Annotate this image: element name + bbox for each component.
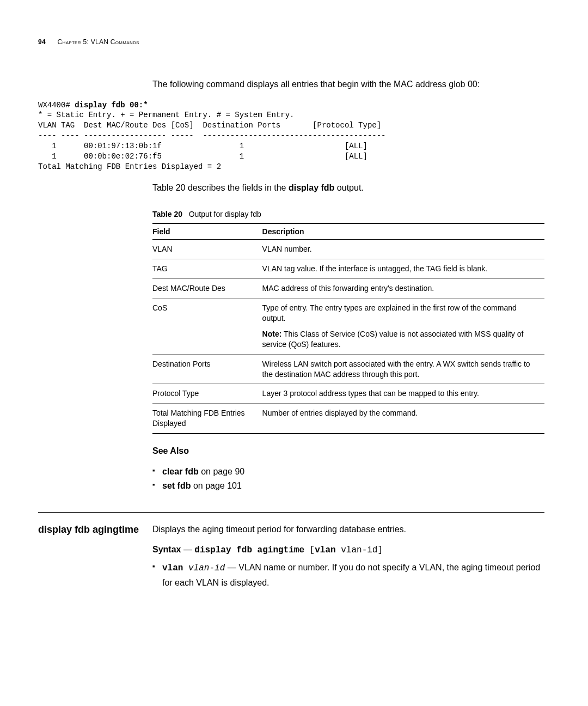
terminal-rule-row: ---- ---- ------------------ ----- -----… xyxy=(38,131,386,140)
table-cell-field: Destination Ports xyxy=(152,354,262,384)
table-cell-desc: VLAN tag value. If the interface is unta… xyxy=(262,259,544,279)
table-cell-desc: VLAN number. xyxy=(262,240,544,259)
see-also-link: set fdb xyxy=(162,481,191,490)
see-also-heading: See Also xyxy=(152,446,544,456)
table-header-desc: Description xyxy=(262,223,544,240)
table-cell-desc: Number of entries displayed by the comma… xyxy=(262,404,544,434)
table-cell-desc: Type of entry. The entry types are expla… xyxy=(262,299,544,325)
table-caption-text: Output for display fdb xyxy=(189,210,261,218)
terminal-row: 1 00:01:97:13:0b:1f 1 [ALL] xyxy=(38,142,367,150)
table-row: VLANVLAN number. xyxy=(152,240,544,259)
terminal-prompt: WX4400# xyxy=(38,101,75,109)
table-row: Destination PortsWireless LAN switch por… xyxy=(152,354,544,384)
section-separator xyxy=(38,512,544,513)
syntax-param-item: vlan vlan-id — VLAN name or number. If y… xyxy=(152,561,544,589)
intro-paragraph: The following command displays all entri… xyxy=(152,78,544,90)
table-cell-field xyxy=(152,325,262,354)
table-cell-field: Total Matching FDB Entries Displayed xyxy=(152,404,262,434)
terminal-row: 1 00:0b:0e:02:76:f5 1 [ALL] xyxy=(38,152,367,161)
section-heading: display fdb agingtime xyxy=(38,524,152,536)
page-number: 94 xyxy=(38,38,46,46)
terminal-command: display fdb 00:* xyxy=(75,101,148,109)
syntax-param-list: vlan vlan-id — VLAN name or number. If y… xyxy=(152,561,544,589)
see-also-link: clear fdb xyxy=(162,467,199,476)
see-also-item: set fdb on page 101 xyxy=(152,479,544,493)
terminal-output: WX4400# display fdb 00:* * = Static Entr… xyxy=(38,100,544,172)
section-intro: Displays the aging timeout period for fo… xyxy=(152,524,544,535)
table-cell-field: TAG xyxy=(152,259,262,279)
table-cell-desc: Layer 3 protocol address types that can … xyxy=(262,384,544,404)
param-placeholder: vlan-id xyxy=(188,563,225,573)
syntax-line: Syntax — display fdb agingtime [vlan vla… xyxy=(152,544,544,556)
terminal-footer: Total Matching FDB Entries Displayed = 2 xyxy=(38,162,221,171)
see-also-item: clear fdb on page 90 xyxy=(152,465,544,479)
table-row: Protocol TypeLayer 3 protocol address ty… xyxy=(152,384,544,404)
table-row: Total Matching FDB Entries DisplayedNumb… xyxy=(152,404,544,434)
table-cell-desc: MAC address of this forwarding entry's d… xyxy=(262,279,544,299)
syntax-command: display fdb agingtime xyxy=(194,545,309,555)
see-also-list: clear fdb on page 90 set fdb on page 101 xyxy=(152,465,544,492)
table-cell-desc: Note: This Class of Service (CoS) value … xyxy=(262,325,544,354)
table-row: TAGVLAN tag value. If the interface is u… xyxy=(152,259,544,279)
table-intro: Table 20 describes the fields in the dis… xyxy=(152,182,544,194)
chapter-label: Chapter 5: VLAN Commands xyxy=(58,38,139,46)
table-row: Dest MAC/Route DesMAC address of this fo… xyxy=(152,279,544,299)
table-row: Note: This Class of Service (CoS) value … xyxy=(152,325,544,354)
page-header: 94 Chapter 5: VLAN Commands xyxy=(38,38,544,46)
table-cell-desc: Wireless LAN switch port associated with… xyxy=(262,354,544,384)
table-cell-field: Protocol Type xyxy=(152,384,262,404)
table-cell-field: Dest MAC/Route Des xyxy=(152,279,262,299)
terminal-header-row: VLAN TAG Dest MAC/Route Des [CoS] Destin… xyxy=(38,121,381,130)
table-header-field: Field xyxy=(152,223,262,240)
fields-table: Field Description VLANVLAN number.TAGVLA… xyxy=(152,223,544,434)
terminal-legend: * = Static Entry. + = Permanent Entry. #… xyxy=(38,111,294,119)
table-row: CoSType of entry. The entry types are ex… xyxy=(152,299,544,325)
table-caption: Table 20 Output for display fdb xyxy=(152,210,544,218)
param-name: vlan xyxy=(162,563,188,573)
table-caption-label: Table 20 xyxy=(152,210,182,218)
table-cell-field: VLAN xyxy=(152,240,262,259)
table-cell-field: CoS xyxy=(152,299,262,325)
